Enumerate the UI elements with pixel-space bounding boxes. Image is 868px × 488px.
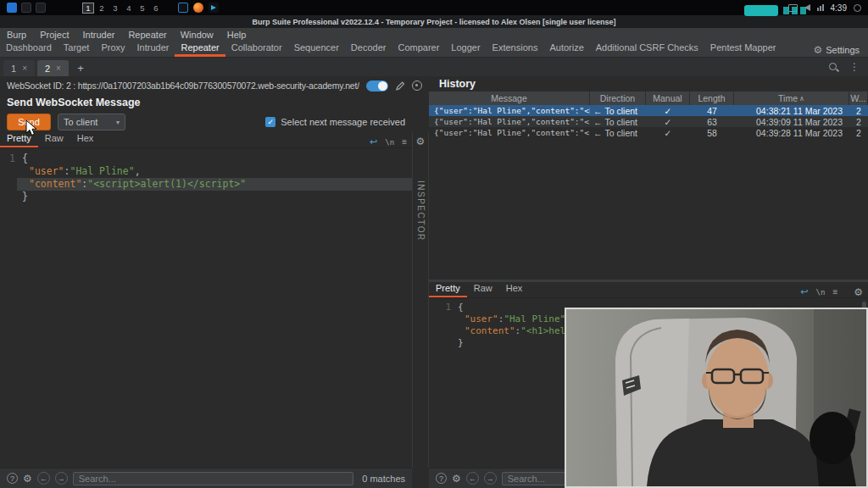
tab-collaborator[interactable]: Collaborator [225, 41, 288, 57]
direction-select[interactable]: To client ▾ [58, 114, 125, 130]
gear-icon[interactable]: ⚙ [23, 474, 32, 484]
menu-repeater[interactable]: Repeater [121, 28, 173, 42]
tab-comparer[interactable]: Comparer [392, 41, 445, 57]
send-button[interactable]: Send [7, 114, 51, 130]
tab-logger[interactable]: Logger [445, 41, 486, 57]
tab-additional-csrf-checks[interactable]: Additional CSRF Checks [590, 41, 704, 57]
gear-icon[interactable]: ⚙ [854, 287, 863, 297]
workspace-4[interactable]: 4 [123, 3, 135, 14]
reconnect-icon[interactable] [412, 80, 422, 91]
kali-icon[interactable] [7, 3, 17, 13]
history-row-selected[interactable]: {"user":"Hal Pline","content":"<h1>hel..… [429, 105, 868, 116]
checkbox-label: Select next message received [281, 117, 405, 127]
tab-hex[interactable]: Hex [70, 131, 101, 147]
firefox-icon[interactable] [193, 3, 203, 13]
media-icon[interactable] [209, 3, 219, 13]
column-header-ws[interactable]: W... [849, 92, 868, 105]
arrow-left-icon: ← [593, 128, 603, 138]
inspector-panel-collapsed[interactable]: ⚙ INSPECTOR [412, 132, 429, 468]
power-icon[interactable] [854, 4, 861, 12]
workspace-6[interactable]: 6 [150, 3, 162, 14]
viewer-toolbar: ↩ \n ≡ ⚙ [800, 286, 868, 297]
help-icon[interactable]: ? [436, 473, 447, 484]
word-wrap-icon[interactable]: ↩ [370, 136, 377, 147]
tab-repeater[interactable]: Repeater [175, 41, 225, 57]
column-header-length[interactable]: Length [690, 92, 734, 105]
tab-intruder[interactable]: Intruder [131, 41, 175, 57]
editor-toolbar: ↩ \n ≡ [370, 136, 412, 147]
tab-raw[interactable]: Raw [38, 131, 70, 147]
menu-icon[interactable]: ≡ [832, 287, 837, 297]
add-tab-button[interactable]: + [71, 60, 90, 76]
history-row[interactable]: {"user":"Hal Pline","content":"<img sr..… [429, 116, 868, 127]
cell-direction: ←To client [590, 127, 646, 138]
cell-time: 04:38:21 11 Mar 2023 [734, 105, 849, 116]
search-icon[interactable] [828, 62, 839, 73]
prev-match-button[interactable]: ← [37, 472, 50, 485]
repeater-tab-strip: 1 × 2 × + ⋮ [0, 58, 868, 76]
message-editor[interactable]: 1 { "user":"Hal Pline", "content":"<scri… [0, 149, 412, 468]
tab-raw[interactable]: Raw [467, 281, 499, 297]
select-next-message-checkbox[interactable]: ✓ [265, 117, 275, 127]
more-options-icon[interactable]: ⋮ [849, 61, 860, 73]
window-title: Burp Suite Professional v2022.12.4 - Tem… [252, 18, 615, 26]
network-icon[interactable] [817, 4, 824, 11]
history-header: Message Direction Manual Length Time∧ W.… [429, 92, 868, 105]
edit-pencil-icon[interactable] [395, 80, 405, 92]
stream-overlay-badge [744, 5, 778, 16]
menu-project[interactable]: Project [33, 28, 75, 42]
column-header-time[interactable]: Time∧ [734, 92, 849, 105]
connection-toggle[interactable] [366, 80, 388, 92]
next-match-button[interactable]: → [55, 472, 68, 485]
tab-pentest-mapper[interactable]: Pentest Mapper [704, 41, 782, 57]
word-wrap-icon[interactable]: ↩ [800, 286, 808, 297]
gear-icon[interactable]: ⚙ [416, 136, 426, 147]
tab-extensions[interactable]: Extensions [487, 41, 544, 57]
workspace-2[interactable]: 2 [96, 3, 108, 14]
tab-pretty[interactable]: Pretty [429, 281, 467, 297]
workspace-3[interactable]: 3 [109, 3, 121, 14]
inspector-label[interactable]: INSPECTOR [416, 180, 426, 241]
repeater-tab-1[interactable]: 1 × [3, 60, 35, 76]
tab-sequencer[interactable]: Sequencer [288, 41, 345, 57]
cell-time: 04:39:09 11 Mar 2023 [734, 116, 849, 127]
tab-target[interactable]: Target [58, 41, 96, 57]
window-titlebar: Burp Suite Professional v2022.12.4 - Tem… [0, 15, 868, 28]
help-icon[interactable]: ? [7, 473, 18, 484]
close-icon[interactable]: × [22, 64, 27, 73]
tab-proxy[interactable]: Proxy [95, 41, 131, 57]
workspace-1[interactable]: 1 [82, 3, 94, 14]
newline-icon[interactable]: \n [385, 138, 394, 147]
column-header-direction[interactable]: Direction [590, 92, 646, 105]
settings-button[interactable]: ⚙ Settings [813, 45, 868, 57]
menu-intruder[interactable]: Intruder [76, 28, 122, 42]
menu-burp[interactable]: Burp [0, 28, 33, 42]
code-line: "user":"Hal Pline", [17, 165, 412, 178]
close-icon[interactable]: × [56, 64, 61, 73]
newline-icon[interactable]: \n [816, 288, 826, 297]
burp-taskbar-icon[interactable] [178, 3, 188, 13]
websocket-info-row: WebSocket ID: 2 : https://0a17007203ab1b… [0, 76, 429, 95]
tab-decoder[interactable]: Decoder [345, 41, 392, 57]
repeater-tab-2[interactable]: 2 × [37, 60, 69, 76]
tab-pretty[interactable]: Pretty [0, 131, 38, 147]
terminal-icon[interactable] [36, 3, 46, 13]
clock[interactable]: 4:39 [831, 3, 847, 13]
next-match-button[interactable]: → [484, 472, 497, 485]
workspace-5[interactable]: 5 [136, 3, 148, 14]
tab-hex[interactable]: Hex [499, 281, 530, 297]
gear-icon[interactable]: ⚙ [452, 474, 461, 484]
tab-autorize[interactable]: Autorize [543, 41, 589, 57]
taskbar-app-icon[interactable] [21, 3, 31, 13]
search-input[interactable] [73, 472, 353, 485]
menu-icon[interactable]: ≡ [402, 137, 407, 147]
prev-match-button[interactable]: ← [466, 472, 479, 485]
match-count: 0 matches [359, 474, 405, 484]
workspace-switcher: 1 2 3 4 5 6 [82, 3, 162, 14]
menu-help[interactable]: Help [220, 28, 253, 42]
column-header-manual[interactable]: Manual [646, 92, 690, 105]
history-row[interactable]: {"user":"Hal Pline","content":"<script..… [429, 127, 868, 138]
column-header-message[interactable]: Message [429, 92, 590, 105]
tab-dashboard[interactable]: Dashboard [0, 41, 58, 57]
menu-window[interactable]: Window [174, 28, 220, 42]
